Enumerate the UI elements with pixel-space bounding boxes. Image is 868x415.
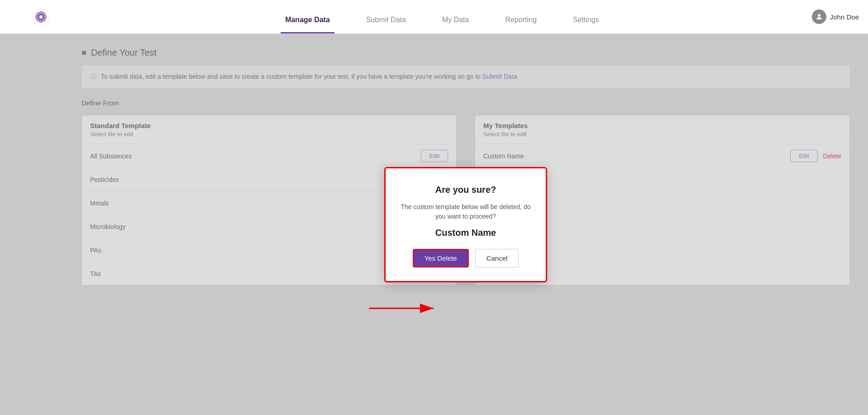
- modal-buttons: Yes Delete Cancel: [400, 249, 531, 267]
- tab-settings[interactable]: Settings: [568, 16, 604, 33]
- nav-tabs: Manage Data Submit Data My Data Reportin…: [72, 0, 812, 33]
- user-menu[interactable]: John Doe: [812, 10, 859, 24]
- cancel-button[interactable]: Cancel: [475, 249, 519, 267]
- confirmation-modal: Are you sure? The custom template below …: [384, 167, 547, 282]
- tab-manage-data[interactable]: Manage Data: [281, 16, 334, 33]
- user-name: John Doe: [830, 13, 859, 21]
- modal-custom-name: Custom Name: [400, 228, 531, 238]
- main-container: ■ Define Your Test ⓘ To submit data, edi…: [0, 34, 868, 415]
- header: Manage Data Submit Data My Data Reportin…: [0, 0, 868, 34]
- modal-body: The custom template below will be delete…: [400, 202, 531, 221]
- modal-overlay: Are you sure? The custom template below …: [63, 34, 868, 415]
- sidebar: [0, 34, 63, 415]
- logo-icon: [29, 5, 53, 29]
- user-avatar: [812, 10, 826, 24]
- content-area: ■ Define Your Test ⓘ To submit data, edi…: [63, 34, 868, 415]
- svg-point-9: [818, 14, 820, 17]
- yes-delete-button[interactable]: Yes Delete: [413, 249, 469, 267]
- modal-title: Are you sure?: [400, 185, 531, 195]
- tab-reporting[interactable]: Reporting: [501, 16, 541, 33]
- svg-point-8: [33, 9, 49, 25]
- tab-submit-data[interactable]: Submit Data: [362, 16, 410, 33]
- tab-my-data[interactable]: My Data: [438, 16, 474, 33]
- logo-area: [9, 5, 72, 29]
